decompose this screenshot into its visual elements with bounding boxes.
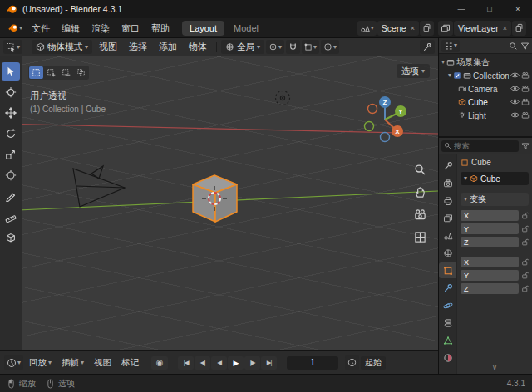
ortho-grid-button[interactable] — [411, 228, 428, 245]
frame-start-field[interactable]: 起始 — [361, 356, 386, 370]
tab-tool[interactable] — [439, 158, 456, 174]
menu-edit[interactable]: 编辑 — [56, 18, 86, 38]
menu-render[interactable]: 渲染 — [86, 18, 116, 38]
current-frame-field[interactable] — [287, 356, 338, 370]
location-x-field[interactable]: X — [461, 210, 519, 221]
menu-add[interactable]: 添加 — [154, 41, 182, 53]
outliner-item-light[interactable]: Light — [440, 109, 531, 122]
filter-icon[interactable] — [521, 142, 530, 150]
tool-settings-toggle[interactable] — [420, 40, 435, 54]
outliner-editor-type-dropdown[interactable]: ▾ — [441, 40, 460, 52]
expander-icon[interactable]: ▾ — [441, 59, 445, 66]
unlock-icon[interactable] — [521, 272, 529, 279]
transform-panel-header[interactable]: ▾ 变换 — [461, 193, 529, 206]
eye-icon[interactable] — [510, 111, 520, 120]
rotation-y-field[interactable]: Y — [461, 270, 519, 281]
next-keyframe-button[interactable]: |▶ — [244, 356, 260, 370]
tab-world[interactable] — [439, 245, 456, 261]
properties-search[interactable] — [441, 140, 519, 152]
menu-keying[interactable]: 插帧 ▾ — [57, 357, 88, 369]
play-reverse-button[interactable]: ◀ — [211, 356, 227, 370]
prev-keyframe-button[interactable]: ◀| — [195, 356, 210, 370]
new-view-layer-button[interactable] — [512, 21, 526, 36]
properties-search-input[interactable] — [454, 141, 516, 150]
snap-toggle[interactable] — [286, 40, 300, 54]
menu-window[interactable]: 窗口 — [116, 18, 145, 38]
tool-add-cube[interactable] — [2, 228, 20, 247]
view-layer-name-field[interactable]: ViewLayer × — [454, 21, 511, 36]
proportional-editing-dropdown[interactable]: ▾ — [321, 40, 339, 54]
select-mode-invert[interactable] — [74, 66, 88, 79]
select-mode-subtract[interactable] — [59, 66, 73, 79]
render-visibility-icon[interactable] — [521, 71, 530, 80]
tab-view-layer[interactable] — [439, 210, 456, 226]
eye-icon[interactable] — [510, 71, 520, 80]
use-preview-range-button[interactable] — [345, 355, 359, 370]
jump-to-end-button[interactable]: ▶| — [261, 356, 277, 370]
scroll-more-indicator[interactable]: ∨ — [461, 363, 529, 371]
menu-playback[interactable]: 回放 ▾ — [25, 357, 56, 369]
tool-scale[interactable] — [2, 145, 20, 164]
mode-selector[interactable]: 物体模式 ▾ — [32, 40, 92, 54]
expander-icon[interactable]: ▾ — [464, 175, 467, 182]
object-name-field[interactable]: ▾ Cube — [461, 172, 529, 185]
tool-cursor[interactable] — [2, 83, 20, 101]
menu-help[interactable]: 帮助 — [145, 18, 175, 38]
outliner-item-camera[interactable]: Camera — [440, 82, 531, 96]
jump-to-start-button[interactable]: |◀ — [178, 356, 194, 370]
workspace-tab-layout[interactable]: Layout — [182, 21, 224, 36]
tool-rotate[interactable] — [2, 125, 20, 143]
select-mode-new[interactable] — [29, 66, 43, 79]
tab-render[interactable] — [439, 175, 456, 191]
scene-name-field[interactable]: Scene × — [377, 21, 419, 36]
tab-scene[interactable] — [439, 228, 456, 243]
snap-settings-dropdown[interactable]: ▾ — [302, 40, 319, 54]
workspace-tab-modeling[interactable]: Modeling — [226, 21, 259, 36]
blender-menu-button[interactable]: ▾ — [4, 22, 26, 33]
menu-select[interactable]: 选择 — [124, 41, 152, 53]
outliner-item-scene-collection[interactable]: ▾ 场景集合 — [440, 56, 531, 69]
outliner-item-collection[interactable]: ▾ Collection — [440, 69, 531, 82]
render-visibility-icon[interactable] — [521, 111, 530, 120]
select-mode-extend[interactable] — [44, 66, 58, 79]
unlock-icon[interactable] — [521, 285, 529, 292]
tool-measure[interactable] — [2, 208, 20, 226]
timeline-editor-type-dropdown[interactable]: ▾ — [4, 355, 23, 370]
checkbox-icon[interactable] — [453, 71, 461, 80]
eye-icon[interactable] — [510, 98, 520, 106]
rotation-z-field[interactable]: Z — [461, 283, 519, 294]
maximize-button[interactable]: □ — [475, 0, 504, 18]
render-visibility-icon[interactable] — [521, 98, 530, 106]
unlock-icon[interactable] — [521, 225, 529, 233]
eye-icon[interactable] — [510, 85, 520, 93]
tab-object[interactable] — [439, 262, 456, 278]
menu-markers[interactable]: 标记 — [117, 357, 143, 369]
unlink-icon[interactable]: × — [411, 24, 415, 32]
zoom-button[interactable] — [411, 161, 428, 178]
viewport-options-button[interactable]: 选项 ▾ — [397, 64, 430, 78]
view-layer-browse-button[interactable] — [438, 21, 453, 36]
minimize-button[interactable]: — — [447, 0, 475, 18]
tool-select-box[interactable] — [2, 62, 20, 81]
close-button[interactable]: × — [504, 0, 532, 18]
location-y-field[interactable]: Y — [461, 223, 519, 234]
render-visibility-icon[interactable] — [521, 85, 530, 93]
play-button[interactable]: ▶ — [228, 356, 244, 370]
search-icon[interactable] — [509, 42, 518, 51]
tab-material[interactable] — [439, 350, 456, 365]
location-z-field[interactable]: Z — [461, 237, 519, 247]
menu-object[interactable]: 物体 — [184, 41, 212, 53]
tab-physics[interactable] — [439, 297, 456, 313]
unlock-icon[interactable] — [521, 258, 529, 266]
tool-transform[interactable] — [2, 166, 20, 184]
scene-browse-button[interactable]: ▾ — [357, 21, 377, 36]
auto-keyframe-button[interactable]: ◉ — [151, 356, 168, 370]
unlock-icon[interactable] — [521, 238, 529, 246]
transform-orientation-dropdown[interactable]: 全局 ▾ — [221, 40, 264, 54]
unlink-icon[interactable]: × — [503, 24, 507, 32]
tab-constraints[interactable] — [439, 315, 456, 331]
rotation-x-field[interactable]: X — [461, 257, 519, 267]
tab-output[interactable] — [439, 193, 456, 208]
viewport-3d[interactable]: 用户透视 (1) Collection | Cube 选项 ▾ — [0, 56, 438, 350]
menu-view-timeline[interactable]: 视图 — [90, 357, 116, 369]
